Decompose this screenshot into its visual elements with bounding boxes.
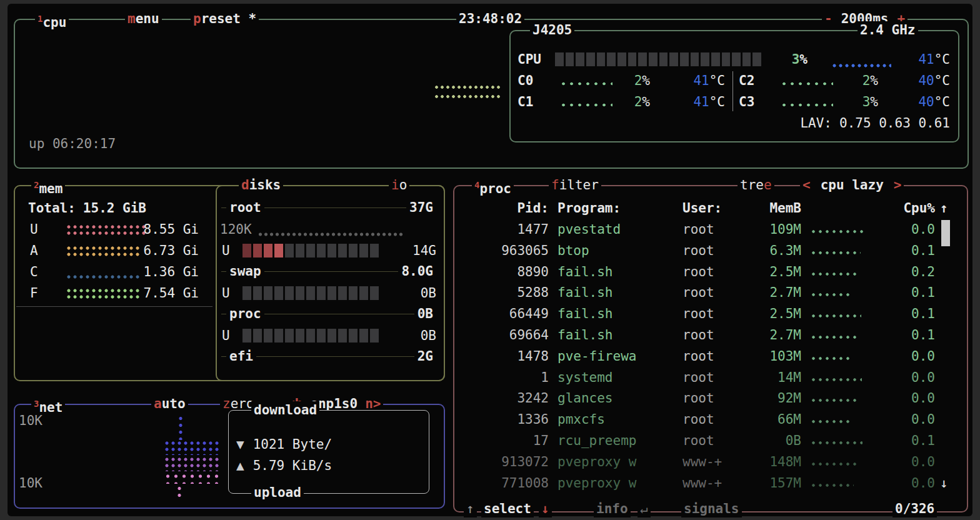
proc-box-title[interactable]: 4proc [472, 176, 514, 194]
process-user: root [674, 389, 744, 408]
core-label: C0 [518, 71, 533, 90]
process-pid: 1336 [462, 410, 549, 429]
header-user[interactable]: User: [674, 199, 744, 218]
process-row[interactable]: 1477 pvestatd root 109M 0.0 [462, 220, 935, 239]
disk-section-swap: swap 8.0G [220, 262, 438, 280]
process-name: pveproxy w [549, 474, 674, 492]
cpu-frequency: 2.4 GHz [858, 21, 918, 39]
interval-decrease-button[interactable]: - [824, 11, 832, 26]
process-row[interactable]: 69664 fail.sh root 2.7M 0.1 [462, 326, 935, 344]
upload-arrow-icon: ▲ [236, 458, 244, 473]
header-cpu[interactable]: Cpu% [880, 199, 935, 218]
process-name: systemd [549, 368, 674, 387]
select-label[interactable]: select [481, 500, 534, 518]
io-mode-button[interactable]: io [389, 176, 409, 194]
core-percent: 2% [612, 92, 650, 111]
header-program[interactable]: Program: [549, 199, 674, 218]
process-cpu-graph [801, 474, 880, 492]
download-label: download [251, 401, 319, 419]
process-cpu: 0.1 [880, 431, 935, 450]
mem-row-label: A [30, 241, 38, 260]
download-speed: ▼1021 Byte/ [236, 435, 332, 454]
process-row[interactable]: 5288 fail.sh root 2.7M 0.1 [462, 283, 935, 302]
process-user: root [674, 241, 744, 260]
mem-stats-divider [16, 306, 212, 307]
cpu-box-title[interactable]: 1cpu [35, 10, 69, 28]
select-down-icon[interactable]: ↓ [539, 500, 552, 518]
process-cpu-graph [801, 368, 880, 387]
process-pid: 1478 [462, 347, 549, 366]
filter-button[interactable]: filter [549, 176, 601, 194]
download-arrow-icon: ▼ [236, 437, 244, 452]
process-row[interactable]: 963065 btop root 6.3M 0.1 [462, 241, 935, 260]
cpu-usage-graph [434, 82, 501, 104]
mem-row-label: F [30, 284, 38, 302]
upload-speed: ▲5.79 KiB/s [236, 456, 332, 475]
disk-size: 8.0G [398, 262, 436, 280]
select-up-icon[interactable]: ↑ [464, 500, 477, 518]
process-row[interactable]: 1478 pve-firewa root 103M 0.0 [462, 347, 935, 366]
process-row[interactable]: 1336 pmxcfs root 66M 0.0 [462, 410, 935, 429]
scroll-up-icon[interactable]: ↑ [940, 199, 948, 218]
process-cpu-graph [801, 304, 880, 323]
process-user: www-+ [674, 474, 744, 492]
net-auto-button[interactable]: auto [151, 395, 188, 412]
core-graph [780, 80, 833, 88]
preset-button[interactable]: preset * [191, 10, 259, 28]
process-cpu-graph [801, 283, 880, 302]
process-user: root [674, 220, 744, 239]
disk-used-label: U [222, 326, 230, 345]
process-cpu-graph [801, 410, 880, 429]
uptime: up 06:20:17 [29, 134, 116, 153]
process-row[interactable]: 17 rcu_preemp root 0B 0.1 [462, 431, 935, 450]
info-button[interactable]: info [594, 500, 631, 518]
core-graph [559, 80, 612, 88]
next-interface-button[interactable]: n> [365, 396, 381, 411]
process-row[interactable]: 1 systemd root 14M 0.0 [462, 368, 935, 387]
net-box-title[interactable]: 3net [31, 395, 65, 412]
scroll-down-icon[interactable]: ↓ [940, 474, 948, 492]
process-row[interactable]: 66449 fail.sh root 2.5M 0.1 [462, 304, 935, 323]
process-cpu-graph [801, 241, 880, 260]
menu-button[interactable]: menu [125, 10, 162, 28]
net-upload-graph [176, 484, 182, 498]
process-user: root [674, 326, 744, 344]
header-pid[interactable]: Pid: [462, 199, 549, 218]
process-cpu: 0.0 [880, 389, 935, 408]
mem-row-label: U [30, 220, 38, 239]
process-cpu-graph [801, 347, 880, 366]
signals-button[interactable]: signals [681, 500, 742, 518]
process-row[interactable]: 3242 glances root 92M 0.0 [462, 389, 935, 408]
process-pid: 1477 [462, 220, 549, 239]
process-pid: 8890 [462, 262, 549, 281]
process-mem: 14M [744, 368, 801, 387]
mem-box-title[interactable]: 2mem [31, 176, 65, 194]
process-cpu: 0.0 [880, 410, 935, 429]
process-name: pvestatd [549, 220, 674, 239]
mem-total: Total:15.2 GiB [28, 199, 146, 218]
disk-name: root [226, 199, 264, 216]
cpu-total-temp: 41°C [881, 50, 950, 69]
process-row[interactable]: 913072 pveproxy w www-+ 148M 0.0 [462, 452, 935, 471]
core-graph [559, 101, 612, 109]
process-row[interactable]: 8890 fail.sh root 2.5M 0.2 [462, 262, 935, 281]
sort-next-button[interactable]: > [894, 178, 902, 192]
process-user: root [674, 368, 744, 387]
sort-prev-button[interactable]: < [802, 178, 811, 192]
process-cpu-graph [801, 326, 880, 344]
header-memb[interactable]: MemB [744, 199, 801, 218]
core-column-divider [732, 71, 733, 111]
process-mem: 109M [744, 220, 801, 239]
tree-toggle-button[interactable]: tree [738, 176, 774, 194]
mem-row-value: 8.55 Gi [125, 220, 199, 239]
process-name: fail.sh [549, 283, 674, 302]
enter-key-icon[interactable]: ↵ [638, 500, 651, 518]
process-mem: 66M [744, 410, 801, 429]
process-row[interactable]: 771008 pveproxy w www-+ 157M 0.0 [462, 474, 935, 492]
process-user: root [674, 262, 744, 281]
process-cpu: 0.1 [880, 304, 935, 323]
proc-scrollbar-thumb[interactable] [941, 220, 950, 246]
disks-box-title[interactable]: disks [239, 176, 283, 194]
core-temp: 41°C [659, 71, 725, 90]
process-pid: 17 [462, 431, 549, 450]
